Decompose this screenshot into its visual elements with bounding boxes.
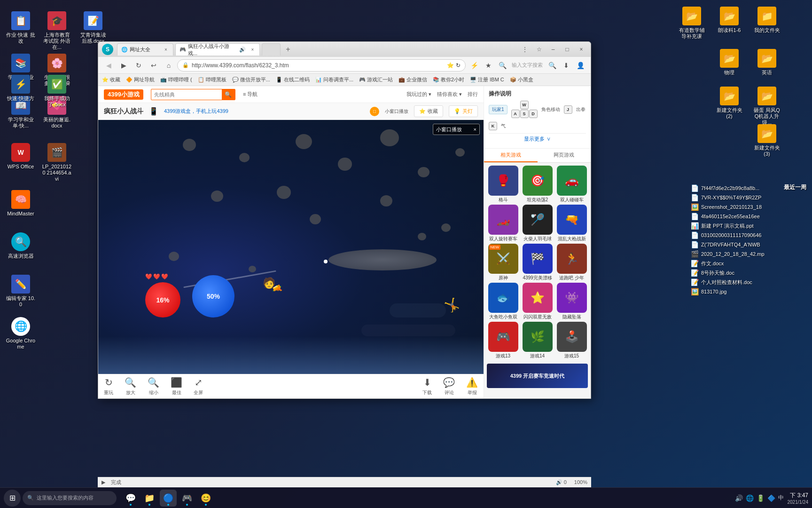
- game-minimize-btn[interactable]: □: [370, 107, 379, 116]
- maximize-btn[interactable]: □: [562, 44, 573, 55]
- game-thumb-14[interactable]: 🌿 游戏14: [521, 322, 554, 359]
- english-folder[interactable]: 📂 英语: [750, 47, 784, 78]
- taskbar-app-files[interactable]: 📁: [141, 490, 158, 507]
- file-item[interactable]: 📄 4fa460115e2ce55ea16ee: [689, 212, 806, 221]
- address-bar[interactable]: 🔒 http://www.4399.com/flash/6232_3.htm ⭐…: [177, 59, 466, 71]
- zaidan-folder[interactable]: 📂 砸蛋 局风QQ机器人升级...: [750, 85, 784, 128]
- zoom-out-btn[interactable]: 🔍 缩小: [148, 377, 159, 396]
- game-thumb-11[interactable]: ⭐ 闪闪双星无敌: [521, 283, 554, 320]
- game-recommend-btn[interactable]: 猜你喜欢 ▾: [437, 91, 462, 98]
- game-thumb-2[interactable]: 🎯 坦克动荡2: [521, 166, 554, 203]
- desktop-icon[interactable]: ✅ 我终于成功了.docx: [40, 73, 74, 110]
- taskbar-search[interactable]: 🔍 这里输入您要搜索的内容: [23, 491, 117, 505]
- file-item[interactable]: 🎬 2020_12_20_18_28_42.mp: [689, 249, 806, 259]
- tab-close-btn[interactable]: ×: [163, 47, 169, 53]
- file-item[interactable]: 🖼️ Screenshot_20210123_18: [689, 202, 806, 212]
- comment-btn[interactable]: 💬 评论: [443, 377, 455, 396]
- fav-teach[interactable]: 📚 教你2小时: [433, 76, 464, 83]
- my-files-folder[interactable]: 📁 我的文件夹: [750, 5, 784, 35]
- show-more-btn[interactable]: 显示更多 ∨: [489, 133, 586, 144]
- taskbar-app-emoji[interactable]: 😊: [197, 490, 214, 507]
- minimize-btn[interactable]: –: [547, 44, 559, 55]
- fav-enterprise[interactable]: 💼 企业微信: [398, 76, 427, 83]
- ad-banner[interactable]: 4399 开启赛车竞速时代: [487, 364, 588, 388]
- physics-folder[interactable]: 📂 物理: [712, 47, 746, 78]
- stop-btn[interactable]: ↩: [147, 59, 160, 72]
- game-search-bar[interactable]: 🔍: [151, 89, 235, 100]
- related-games-tab[interactable]: 相关游戏: [484, 149, 538, 162]
- desktop-icon[interactable]: 🎓 上海市教育考试院 外语在...: [40, 9, 74, 53]
- download-icon[interactable]: ⬇: [560, 59, 573, 72]
- browser-icon[interactable]: 🔍 高速浏览器: [4, 230, 38, 261]
- search-submit-btn[interactable]: 🔍: [546, 59, 559, 72]
- file-item[interactable]: 📄 7f44f7d6e2c2b99c8a8b...: [689, 183, 806, 193]
- fav-nav[interactable]: 🔶 网址导航: [126, 76, 155, 83]
- forward-btn[interactable]: ▶: [117, 59, 130, 72]
- file-item[interactable]: 📝 8号孙天愉.doc: [689, 268, 806, 278]
- fav-survey[interactable]: 📊 问卷调查平...: [315, 76, 353, 83]
- game-thumb-9[interactable]: 🏃 追跑吧 少年: [555, 244, 588, 281]
- wps-office-icon[interactable]: W WPS Office: [4, 141, 38, 172]
- star-addr-icon[interactable]: ⭐: [447, 62, 454, 69]
- file-item[interactable]: 📄 031002000311117090646: [689, 230, 806, 240]
- fav-ibm[interactable]: 🖥️ 注册 IBM C: [470, 76, 504, 83]
- new-tab-button[interactable]: +: [282, 44, 294, 55]
- taskbar-battery-icon[interactable]: 🔋: [757, 494, 765, 502]
- fav-blackbox[interactable]: 📦 小黑盒: [510, 76, 533, 83]
- tab-close-btn-2[interactable]: ×: [250, 47, 256, 53]
- back-btn[interactable]: ◀: [102, 59, 115, 72]
- fav-btn[interactable]: ★: [482, 59, 495, 72]
- fav-blackboard[interactable]: 📋 哔哩黑板: [198, 76, 226, 83]
- new-folder-2[interactable]: 📂 新建文件夹 (2): [712, 85, 746, 121]
- taskbar-network-icon[interactable]: 🌐: [746, 494, 754, 502]
- taskbar-lang[interactable]: 中: [778, 494, 784, 502]
- taskbar-volume-icon[interactable]: 🔊: [735, 494, 743, 502]
- chrome-icon[interactable]: 🌐 Google Chrome: [4, 315, 38, 352]
- game-overlay-box[interactable]: 小窗口播放 ×: [433, 124, 480, 135]
- file-item[interactable]: 📄 7VR-XY$$0%T49Y$R2ZP: [689, 193, 806, 202]
- taskbar-app-steam[interactable]: 🎮: [179, 490, 195, 507]
- game-played-btn[interactable]: 我玩过的 ▾: [406, 91, 431, 98]
- new-folder-3[interactable]: 📂 新建文件夹 (3): [750, 122, 784, 159]
- best-btn[interactable]: ⬛ 最佳: [171, 377, 182, 396]
- file-item[interactable]: 📝 个人对照检查材料.doc: [689, 278, 806, 287]
- mobile-link[interactable]: 4399游戏盒，手机上玩4399: [164, 108, 228, 115]
- fav-bilibili[interactable]: 📺 哔哩哔哩 (: [160, 76, 192, 83]
- web-games-tab[interactable]: 网页游戏: [538, 149, 591, 162]
- home-btn[interactable]: ⌂: [162, 59, 175, 72]
- file-item[interactable]: 🖼️ 813170.jpg: [689, 287, 806, 296]
- fav-wechat[interactable]: 💬 微信开放平...: [232, 76, 270, 83]
- taskbar-action-center[interactable]: 🔷: [767, 494, 775, 502]
- game-search-button[interactable]: 🔍: [222, 89, 235, 100]
- game-thumb-13[interactable]: 🎮 游戏13: [487, 322, 519, 359]
- tab-audio-icon[interactable]: 🔊: [239, 47, 246, 53]
- game-thumb-5[interactable]: 🏸 火柴人羽毛球: [521, 205, 554, 242]
- fullscreen-btn[interactable]: ⤢ 全屏: [194, 377, 203, 396]
- refresh-addr-icon[interactable]: ↻: [456, 62, 461, 69]
- game-thumb-6[interactable]: 🔫 混乱大枪战新: [555, 205, 588, 242]
- game-thumb-15[interactable]: 🕹️ 游戏15: [555, 322, 588, 359]
- search-btn[interactable]: 🔍: [496, 59, 509, 72]
- collect-btn[interactable]: ⭐ 收藏: [414, 105, 443, 117]
- taskbar-app-explorer[interactable]: 💬: [122, 490, 139, 507]
- taskbar-start-btn[interactable]: ⊞: [4, 490, 21, 507]
- game-search-input[interactable]: [151, 92, 222, 97]
- game-thumb-8[interactable]: 🏁 4399完美漂移: [521, 244, 554, 281]
- desktop-icon[interactable]: 📋 作业·快速 批改: [4, 9, 38, 46]
- refresh-btn[interactable]: ↻: [132, 59, 145, 72]
- fav-collect[interactable]: ⭐ 收藏: [102, 76, 120, 83]
- taskbar-app-browser[interactable]: 🔵: [160, 490, 177, 507]
- replay-btn[interactable]: ↻ 重玩: [104, 377, 113, 396]
- browser-tab-2[interactable]: 🎮 疯狂小人战斗小游戏... 🔊 ×: [175, 43, 260, 56]
- browser-tab-1[interactable]: 🌐 网址大全 ×: [117, 43, 173, 56]
- game-site-logo[interactable]: 4399小游戏: [104, 89, 143, 100]
- game-rank-btn[interactable]: 排行: [468, 91, 478, 98]
- taskbar-time[interactable]: 下 3:47 2021/1/24: [788, 492, 809, 505]
- desktop-icon[interactable]: 📝 艾青诗集读后感.docx: [76, 9, 110, 46]
- user-icon[interactable]: 👤: [574, 59, 587, 72]
- close-overlay-btn[interactable]: ×: [474, 127, 476, 132]
- browser-tab-placeholder[interactable]: [262, 43, 281, 56]
- file-item[interactable]: 📄 Z('7DRVFAHTQ4_A'NWB: [689, 240, 806, 249]
- report-btn[interactable]: ⚠️ 举报: [466, 377, 478, 396]
- star-btn[interactable]: ☆: [533, 44, 545, 55]
